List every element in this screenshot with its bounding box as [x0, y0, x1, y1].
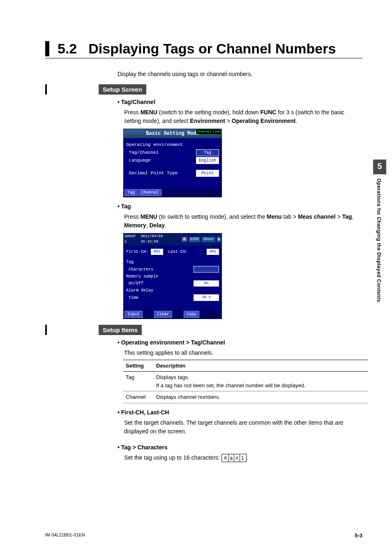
alarm-icon: 🔔	[182, 237, 187, 242]
settings-table: Setting Description Tag Displays tags.If…	[123, 360, 368, 403]
table-row: Tag Displays tags.If a tag has not been …	[123, 372, 368, 391]
char-box: Aa#1	[221, 454, 247, 462]
ss2-characters	[194, 266, 219, 273]
footer-page-number: 5-3	[355, 532, 362, 539]
record-icon: ◉	[217, 237, 221, 242]
section-bar	[45, 84, 47, 95]
first-last-desc: Set the target channels. The target chan…	[124, 419, 362, 436]
ss2-last-ch: 001	[207, 249, 219, 255]
ss1-btn-channel: Channel	[138, 189, 161, 196]
ss1-title: Basic Setting Mode Ethernet Link	[124, 129, 221, 138]
th-description: Description	[154, 360, 368, 372]
ss2-footer: Input Clear Copy	[124, 310, 221, 319]
ss1-btn-tag: Tag	[125, 189, 138, 196]
chapter-number: 5	[373, 160, 386, 174]
ss1-field-decimal: Point	[196, 170, 219, 177]
ss2-first-ch: 001	[151, 249, 163, 255]
tag-chars-desc: Set the tag using up to 16 characters: A…	[124, 453, 362, 462]
bullet-first-last: First-CH, Last-CH	[118, 408, 362, 417]
ss2-header: GROUP 1 2011/04/28 16:42:08 🔔 DISP 1hour…	[124, 234, 221, 245]
intro-text: Display the channels using tags or chann…	[118, 70, 362, 79]
screenshot-tag-settings: GROUP 1 2011/04/28 16:42:08 🔔 DISP 1hour…	[123, 233, 222, 319]
table-row: Channel Displays channel numbers.	[123, 391, 368, 403]
setup-items-label: Setup Items	[99, 325, 142, 335]
bullet-tag-chars: Tag > Characters	[118, 443, 362, 452]
ethernet-badge: Ethernet Link	[196, 130, 221, 134]
footer-doc-id: IM 04L21B01-01EN	[45, 532, 85, 539]
ss2-onoff: On	[194, 280, 219, 287]
bullet-tag-channel: Tag/Channel	[118, 98, 362, 106]
screenshot-basic-setting-mode: Basic Setting Mode Ethernet Link Operati…	[123, 129, 222, 197]
ss1-field-tag: Tag	[196, 149, 219, 156]
ss1-field-lang: English	[196, 157, 219, 164]
section-heading: 5.2 Displaying Tags or Channel Numbers	[45, 41, 362, 58]
ss2-time: 10 s	[194, 294, 219, 301]
ss1-footer: Tag Channel	[124, 188, 221, 197]
section-bar-2	[45, 325, 47, 335]
chapter-title-vertical: Operations for Changing the Displayed Co…	[373, 174, 385, 306]
heading-number: 5.2	[58, 41, 77, 56]
th-setting: Setting	[123, 360, 154, 372]
ss2-btn-input: Input	[125, 311, 143, 318]
op-env-desc: This setting applies to all channels.	[124, 349, 362, 357]
ss2-btn-clear: Clear	[154, 311, 172, 318]
bullet-tag: Tag	[118, 202, 362, 211]
ss1-body: Operating environment Tag/ChannelTag Lan…	[124, 138, 221, 188]
ss2-body: First-CH: 001 Last-CH: 001 Tag Character…	[124, 245, 221, 310]
side-tab: 5 Operations for Changing the Displayed …	[373, 160, 386, 306]
bullet-op-env: Operating environment > Tag/Channel	[118, 338, 362, 347]
heading-title: Displaying Tags or Channel Numbers	[88, 41, 336, 56]
page-footer: IM 04L21B01-01EN 5-3	[45, 532, 362, 539]
ss2-btn-copy: Copy	[184, 311, 199, 318]
heading-bar	[45, 41, 49, 56]
tag-instructions: Press MENU (to switch to setting mode), …	[124, 213, 362, 230]
setup-screen-label: Setup Screen	[99, 84, 146, 95]
tag-channel-instructions: Press MENU (switch to the setting mode),…	[124, 108, 362, 125]
